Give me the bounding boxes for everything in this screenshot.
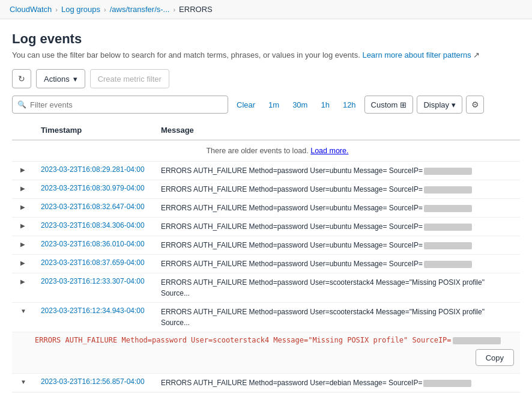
events-table: Timestamp Message There are older events… (12, 121, 520, 393)
timestamp: 2023-03-23T16:12:34.943-04:00 (41, 306, 145, 315)
table-row: ▶ 2023-03-23T16:12:33.307-04:00 ERRORS A… (12, 273, 520, 303)
search-box[interactable]: 🔍 (12, 96, 228, 114)
refresh-icon: ↻ (18, 74, 25, 84)
breadcrumb-sep-1: › (55, 6, 58, 13)
display-button[interactable]: Display ▾ (417, 96, 462, 114)
expand-button[interactable]: ▶ (18, 240, 28, 249)
copy-button[interactable]: Copy (476, 349, 514, 366)
expand-button[interactable]: ▶ (18, 203, 28, 212)
timestamp: 2023-03-23T16:08:30.979-04:00 (41, 184, 145, 192)
time-1h-button[interactable]: 1h (316, 96, 334, 114)
table-row: ▶ 2023-03-23T16:08:34.306-04:00 ERRORS A… (12, 218, 520, 236)
load-more-text: There are older events to load. (206, 147, 308, 155)
expand-button[interactable]: ▶ (18, 221, 28, 230)
page-title: Log events (12, 31, 520, 47)
custom-calendar-icon: ⊞ (400, 100, 407, 109)
timestamp: 2023-03-23T16:08:36.010-04:00 (41, 240, 145, 248)
timestamp: 2023-03-23T16:08:32.647-04:00 (41, 203, 145, 211)
toolbar: ↻ Actions ▾ Create metric filter (12, 69, 520, 88)
clear-button[interactable]: Clear (232, 96, 260, 114)
table-row: ▶ 2023-03-23T16:08:29.281-04:00 ERRORS A… (12, 162, 520, 180)
actions-label: Actions (44, 75, 70, 84)
custom-button[interactable]: Custom ⊞ (364, 96, 414, 114)
create-metric-filter-button[interactable]: Create metric filter (90, 69, 169, 88)
timestamp: 2023-03-23T16:08:29.281-04:00 (41, 165, 145, 174)
breadcrumb-sep-3: › (173, 6, 175, 13)
time-1m-button[interactable]: 1m (264, 96, 284, 114)
breadcrumb-transfer[interactable]: /aws/transfer/s-... (110, 5, 170, 14)
learn-more-link[interactable]: Learn more about filter patterns (362, 50, 471, 59)
col-timestamp-header: Timestamp (35, 121, 155, 140)
search-input[interactable] (30, 100, 223, 109)
gear-icon: ⚙ (471, 100, 479, 109)
load-more-row: There are older events to load. Load mor… (12, 140, 520, 162)
external-link-icon: ↗ (473, 50, 480, 59)
actions-chevron-icon: ▾ (73, 75, 77, 84)
filter-bar: 🔍 Clear 1m 30m 1h 12h Custom ⊞ Display ▾… (12, 96, 520, 114)
actions-button[interactable]: Actions ▾ (36, 69, 85, 88)
timestamp: 2023-03-23T16:08:37.659-04:00 (41, 258, 145, 267)
display-chevron-icon: ▾ (452, 100, 456, 109)
display-label: Display (423, 100, 449, 109)
breadcrumb-log-groups[interactable]: Log groups (61, 5, 100, 14)
expand-button[interactable]: ▶ (18, 184, 28, 193)
table-row: ▼ 2023-03-23T16:12:34.943-04:00 ERRORS A… (12, 303, 520, 332)
refresh-button[interactable]: ↻ (12, 69, 31, 88)
timestamp: 2023-03-23T16:08:34.306-04:00 (41, 221, 145, 230)
expanded-row: ERRORS AUTH_FAILURE Method=password User… (12, 332, 520, 374)
expand-button[interactable]: ▼ (18, 377, 29, 386)
expanded-content: ERRORS AUTH_FAILURE Method=password User… (35, 335, 514, 346)
timestamp: 2023-03-23T16:12:33.307-04:00 (41, 277, 145, 285)
expand-button[interactable]: ▶ (18, 165, 28, 174)
table-row: ▶ 2023-03-23T16:08:32.647-04:00 ERRORS A… (12, 199, 520, 218)
custom-label: Custom (371, 100, 398, 109)
expand-button[interactable]: ▶ (18, 258, 28, 267)
breadcrumb-bar: CloudWatch › Log groups › /aws/transfer/… (0, 0, 532, 19)
page-description: You can use the filter bar below to sear… (12, 50, 520, 59)
col-message-header: Message (155, 121, 520, 140)
settings-button[interactable]: ⚙ (466, 96, 484, 114)
table-row: ▶ 2023-03-23T16:08:30.979-04:00 ERRORS A… (12, 180, 520, 199)
load-more-link[interactable]: Load more. (310, 147, 348, 155)
table-row: ▼ 2023-03-23T16:12:56.857-04:00 ERRORS A… (12, 374, 520, 392)
time-30m-button[interactable]: 30m (288, 96, 312, 114)
table-row: ▶ 2023-03-23T16:08:36.010-04:00 ERRORS A… (12, 236, 520, 255)
timestamp: 2023-03-23T16:12:56.857-04:00 (41, 377, 145, 386)
breadcrumb-sep-2: › (104, 6, 106, 13)
expand-button[interactable]: ▼ (18, 306, 29, 315)
search-icon: 🔍 (17, 100, 26, 109)
breadcrumb-cloudwatch[interactable]: CloudWatch (10, 5, 52, 14)
table-row: ▶ 2023-03-23T16:08:37.659-04:00 ERRORS A… (12, 255, 520, 273)
expand-button[interactable]: ▶ (18, 277, 28, 286)
breadcrumb-current: ERRORS (179, 5, 213, 14)
col-expand-header (12, 121, 35, 140)
time-12h-button[interactable]: 12h (338, 96, 361, 114)
